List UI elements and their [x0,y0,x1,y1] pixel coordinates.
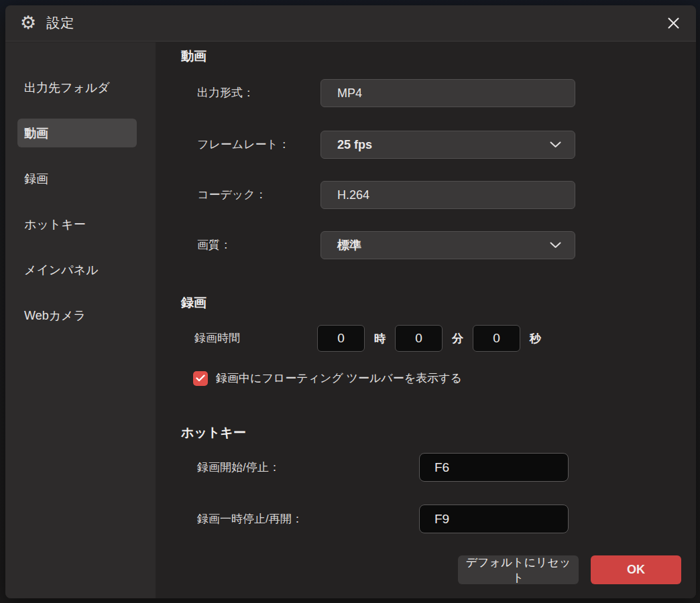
gear-icon: ⚙ [20,13,36,31]
close-icon [667,17,680,29]
video-section-header: 動画 [181,48,207,65]
quality-select[interactable]: 標準 [320,231,575,259]
start-stop-label: 録画開始/停止： [197,453,280,482]
frame-rate-label: フレームレート： [197,131,290,159]
minutes-unit: 分 [450,331,465,346]
output-format-field[interactable] [320,79,575,107]
duration-label: 録画時間 [194,325,240,352]
sidebar-item-label: ホットキー [24,216,86,232]
sidebar: 出力先フォルダ 動画 録画 ホットキー メインパネル Webカメラ [5,42,156,598]
output-format-label: 出力形式： [197,79,254,107]
hours-unit: 時 [372,331,388,346]
frame-rate-select[interactable]: 25 fps [320,131,575,159]
sidebar-item-label: 出力先フォルダ [24,80,110,96]
sidebar-item-hotkey[interactable]: ホットキー [17,210,137,239]
frame-rate-value: 25 fps [337,138,372,152]
sidebar-item-recording[interactable]: 録画 [17,164,137,193]
sidebar-item-label: 動画 [24,125,48,141]
sidebar-item-output-folder[interactable]: 出力先フォルダ [17,73,137,102]
quality-label: 画質： [197,231,231,259]
dialog-title: 設定 [46,14,74,32]
title-bar: ⚙ 設定 [5,5,696,42]
sidebar-item-webcam[interactable]: Webカメラ [17,301,137,330]
checkbox-checked-icon[interactable] [193,371,208,386]
sidebar-item-label: Webカメラ [24,308,86,324]
hours-input[interactable] [317,325,365,352]
close-button[interactable] [662,13,684,34]
minutes-input[interactable] [395,325,443,352]
settings-content: 動画 出力形式： フレームレート： 25 fps コーデック： 画質： 標準 録… [156,42,696,598]
pause-resume-label: 録画一時停止/再開： [197,505,303,533]
recording-section-header: 録画 [181,294,207,312]
ok-button[interactable]: OK [591,555,681,584]
floating-toolbar-label: 録画中にフローティング ツールバーを表示する [216,371,462,386]
start-stop-hotkey-input[interactable] [419,453,569,482]
pause-resume-hotkey-input[interactable] [419,505,569,533]
chevron-down-icon [550,141,561,148]
duration-inputs: 時 分 秒 [317,325,543,352]
seconds-unit: 秒 [528,331,543,346]
settings-dialog: ⚙ 設定 出力先フォルダ 動画 録画 ホットキー メインパネル [5,5,696,598]
sidebar-item-label: 録画 [24,171,48,187]
floating-toolbar-option[interactable]: 録画中にフローティング ツールバーを表示する [193,371,462,386]
seconds-input[interactable] [473,325,520,352]
reset-to-default-button[interactable]: デフォルトにリセット [458,555,579,584]
sidebar-item-video[interactable]: 動画 [17,119,137,147]
chevron-down-icon [550,242,561,249]
sidebar-item-label: メインパネル [24,262,99,278]
hotkey-section-header: ホットキー [181,424,246,442]
sidebar-item-main-panel[interactable]: メインパネル [17,255,137,284]
codec-label: コーデック： [197,181,267,209]
codec-field[interactable] [320,181,575,209]
quality-value: 標準 [337,237,361,253]
